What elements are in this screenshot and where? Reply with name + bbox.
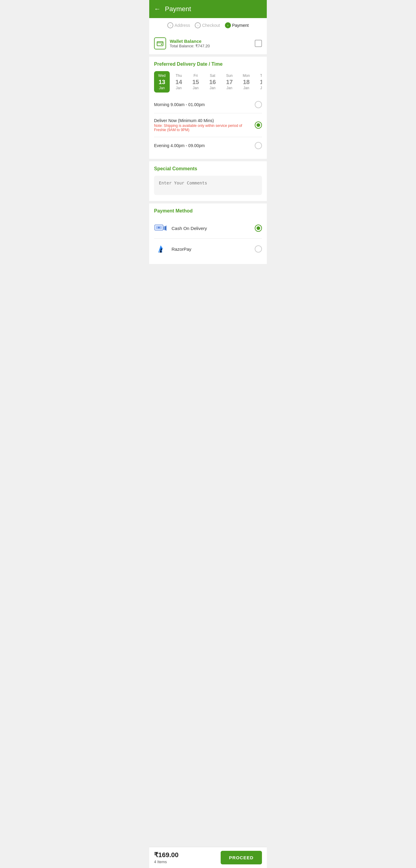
now-slot-note: Note: Shipping is available only within … [154, 124, 255, 132]
razorpay-method[interactable]: RazorPay [154, 239, 262, 259]
cod-radio-inner [257, 226, 260, 230]
evening-radio[interactable] [255, 142, 262, 149]
payment-label: Payment [232, 23, 249, 28]
proceed-button[interactable]: PROCEED [221, 851, 262, 864]
month-jan2: Jan [192, 86, 198, 90]
morning-radio[interactable] [255, 101, 262, 108]
wallet-icon [154, 37, 166, 50]
month-jan3: Jan [209, 86, 215, 90]
date-item-sat16[interactable]: Sat 16 Jan [205, 71, 220, 93]
day-num-17: 17 [226, 79, 233, 85]
month-jan0: Jan [159, 86, 165, 90]
comments-section-title: Special Comments [154, 166, 262, 172]
page-title: Payment [165, 5, 191, 13]
date-item-thu14[interactable]: Thu 14 Jan [171, 71, 187, 93]
month-jan1: Jan [176, 86, 181, 90]
comments-card: Special Comments [149, 161, 267, 201]
evening-slot-label: Evening 4.00pm - 09.00pm [154, 143, 205, 148]
day-name-fri: Fri [194, 73, 198, 78]
now-radio[interactable] [255, 121, 262, 129]
date-scroller[interactable]: Wed 13 Jan Thu 14 Jan Fri 15 Jan Sat 16 … [154, 71, 262, 94]
day-name-thu: Thu [176, 73, 182, 78]
day-name-wed: Wed [158, 73, 166, 78]
cod-icon [154, 223, 167, 234]
payment-arrow-icon: › [225, 22, 231, 28]
wallet-title: Wallet Balance [170, 38, 210, 44]
razorpay-radio[interactable] [255, 245, 262, 253]
date-item-mon18[interactable]: Mon 18 Jan [238, 71, 254, 93]
address-arrow-icon: › [167, 22, 173, 28]
date-item-fri15[interactable]: Fri 15 Jan [188, 71, 204, 93]
now-slot-label: Deliver Now (Minimum 40 Mins) [154, 118, 255, 123]
day-num-14: 14 [175, 79, 182, 85]
svg-rect-5 [165, 226, 166, 230]
razorpay-icon [154, 244, 167, 254]
morning-slot-label: Morning 9.00am - 01.00pm [154, 102, 205, 107]
wallet-balance: Total Balance: ₹747.20 [170, 44, 210, 48]
bottom-price-section: ₹169.00 4 Items [154, 851, 178, 864]
cod-method[interactable]: Cash On Delivery [154, 218, 262, 239]
wallet-info: Wallet Balance Total Balance: ₹747.20 [154, 37, 210, 50]
day-name-sun: Sun [226, 73, 232, 78]
month-jan6: Jan [260, 86, 262, 90]
back-button[interactable]: ← [154, 5, 161, 13]
day-num-18: 18 [243, 79, 249, 85]
month-jan5: Jan [243, 86, 249, 90]
time-slot-now[interactable]: Deliver Now (Minimum 40 Mins) Note: Ship… [154, 113, 262, 137]
cod-label: Cash On Delivery [172, 226, 250, 231]
svg-rect-0 [157, 41, 163, 46]
day-name-tue: Tue [260, 73, 262, 78]
svg-point-1 [161, 44, 162, 45]
breadcrumb-address: › Address [167, 22, 190, 28]
day-num-19: 19 [260, 79, 262, 85]
payment-method-card: Payment Method Cash On Delivery RazorPay [149, 204, 267, 264]
day-num-13: 13 [158, 79, 165, 85]
breadcrumb: › Address › Checkout › Payment [149, 18, 267, 33]
time-slot-evening[interactable]: Evening 4.00pm - 09.00pm [154, 137, 262, 154]
address-label: Address [175, 23, 190, 28]
checkout-label: Checkout [202, 23, 220, 28]
now-radio-inner [257, 123, 260, 127]
bottom-bar: ₹169.00 4 Items PROCEED [149, 847, 267, 868]
svg-point-4 [158, 227, 160, 228]
day-num-15: 15 [192, 79, 199, 85]
wallet-card: Wallet Balance Total Balance: ₹747.20 [149, 33, 267, 54]
breadcrumb-payment: › Payment [225, 22, 249, 28]
items-count: 4 Items [154, 860, 178, 864]
delivery-card: Preferred Delivery Date / Time Wed 13 Ja… [149, 57, 267, 159]
payment-method-title: Payment Method [154, 208, 262, 214]
day-num-16: 16 [209, 79, 216, 85]
date-item-tue19[interactable]: Tue 19 Jan [255, 71, 262, 93]
breadcrumb-checkout: › Checkout [195, 22, 220, 28]
total-price: ₹169.00 [154, 851, 178, 859]
day-name-mon: Mon [243, 73, 249, 78]
month-jan4: Jan [227, 86, 232, 90]
date-item-wed13[interactable]: Wed 13 Jan [154, 71, 170, 93]
comments-input[interactable] [154, 176, 262, 195]
checkout-arrow-icon: › [195, 22, 201, 28]
header: ← Payment [149, 0, 267, 18]
time-slot-morning[interactable]: Morning 9.00am - 01.00pm [154, 96, 262, 113]
cod-radio[interactable] [255, 224, 262, 232]
date-item-sun17[interactable]: Sun 17 Jan [221, 71, 237, 93]
razorpay-label: RazorPay [172, 247, 250, 252]
wallet-checkbox[interactable] [255, 40, 262, 47]
day-name-sat: Sat [210, 73, 215, 78]
delivery-section-title: Preferred Delivery Date / Time [154, 61, 262, 67]
